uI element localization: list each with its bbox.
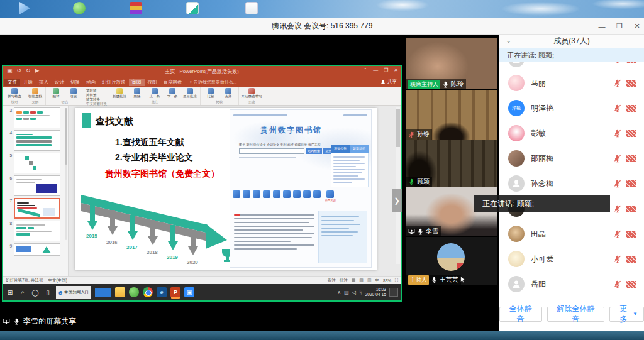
spellcheck-button[interactable]: 拼写检查: [6, 87, 23, 98]
video-tile-chenling[interactable]: 联席主持人 陈玲: [406, 38, 497, 89]
tab-transitions[interactable]: 切换: [67, 79, 83, 86]
video-tile-sunzheng[interactable]: 孙铮: [406, 90, 497, 140]
action-center-icon[interactable]: [389, 288, 398, 297]
mic-muted-icon[interactable]: [613, 129, 621, 138]
tray-chevron-icon[interactable]: ∧: [337, 290, 341, 295]
member-row-yueyang[interactable]: 岳阳: [499, 271, 644, 297]
reading-view-icon[interactable]: ▥: [367, 278, 372, 283]
camera-off-icon[interactable]: [626, 62, 636, 63]
unmute-all-button[interactable]: 解除全体静音: [547, 307, 605, 322]
library-search-input[interactable]: [239, 148, 304, 154]
previous-comment-button[interactable]: 上一条: [147, 87, 163, 98]
member-row-partial[interactable]: [499, 62, 644, 70]
camera-off-icon[interactable]: [626, 180, 636, 187]
mic-muted-icon[interactable]: [613, 155, 621, 163]
camera-off-icon[interactable]: [626, 80, 636, 87]
taskbar-blue-widget[interactable]: [95, 288, 111, 297]
notice-tab-1[interactable]: 通知公告: [331, 145, 350, 153]
tab-file[interactable]: 文件: [4, 79, 20, 86]
normal-view-icon[interactable]: ▦: [352, 278, 356, 283]
edge-taskbar-icon[interactable]: e: [157, 287, 167, 297]
language-button[interactable]: 语言: [65, 87, 82, 98]
green-app-icon[interactable]: [129, 287, 139, 297]
file-explorer-icon[interactable]: [115, 287, 125, 297]
close-button[interactable]: ✕: [633, 22, 641, 30]
tell-me-box[interactable]: ♀ 告诉我您想要做什么...: [186, 79, 237, 85]
member-row-mali[interactable]: 马丽: [499, 70, 644, 96]
tab-review[interactable]: 审阅: [129, 79, 145, 86]
camera-off-icon[interactable]: [626, 281, 636, 288]
smart-lookup-button[interactable]: 智能查找: [27, 87, 43, 98]
delete-comment-button[interactable]: 删除: [129, 87, 145, 98]
video-tile-host[interactable]: 主持人 王芸芸: [406, 237, 497, 285]
desktop-icon-green-app[interactable]: [73, 2, 86, 14]
powerpoint-taskbar-icon[interactable]: P: [170, 287, 180, 297]
edge-task-button[interactable]: e 中国知网入口: [56, 286, 91, 299]
tab-baidu-netdisk[interactable]: 百度网盘: [160, 79, 186, 86]
trad-to-simp-button[interactable]: 繁转简: [86, 89, 100, 92]
comments-toggle[interactable]: 批注: [340, 278, 348, 283]
cortana-icon[interactable]: ◯: [31, 289, 40, 296]
compare-button[interactable]: 比较: [203, 87, 219, 98]
desktop-icon-wps[interactable]: [186, 2, 199, 14]
video-tile-guying[interactable]: 顾颖: [406, 140, 497, 187]
slide-area-scrollbar[interactable]: [396, 107, 400, 264]
slide-thumbnail-5[interactable]: 5: [6, 153, 63, 173]
ime-indicator[interactable]: 中: [375, 278, 380, 283]
start-button[interactable]: ⊞: [6, 289, 14, 296]
show-comments-button[interactable]: 显示批注: [182, 87, 198, 98]
video-panel-collapse-button[interactable]: ❯: [392, 189, 402, 212]
simp-to-trad-button[interactable]: 简转繁: [86, 93, 100, 97]
tab-design[interactable]: 设计: [52, 79, 67, 86]
slide-thumbnail-3[interactable]: 3: [6, 107, 63, 128]
ppt-ribbon-options-icon[interactable]: ⌃: [363, 67, 367, 73]
tab-view[interactable]: 视图: [145, 79, 160, 86]
member-row-sunnianmei[interactable]: 孙念梅: [499, 171, 644, 196]
slide-thumbnail-9[interactable]: 9: [6, 243, 63, 256]
tab-animations[interactable]: 动画: [83, 79, 99, 86]
camera-off-icon[interactable]: [626, 231, 636, 238]
start-inking-button[interactable]: 开始墨迹书写: [241, 87, 262, 98]
desktop-icon-winrar[interactable]: [130, 2, 142, 14]
camera-off-icon[interactable]: [626, 130, 636, 137]
member-row-mingzeyan[interactable]: 泽艳 明泽艳: [499, 96, 644, 121]
clock[interactable]: 16:03 2020-04-15: [365, 287, 386, 297]
slide-thumbnail-4[interactable]: 4: [6, 130, 63, 151]
notice-tab-2[interactable]: 最新动态: [350, 145, 369, 153]
member-row-tianjing[interactable]: 田晶: [499, 221, 644, 246]
mic-muted-icon[interactable]: [613, 205, 621, 213]
ppt-restore-icon[interactable]: ❐: [384, 67, 388, 73]
library-search-button-1[interactable]: 站内检索: [306, 148, 322, 154]
merge-button[interactable]: 合并: [220, 87, 236, 98]
tab-insert[interactable]: 插入: [36, 79, 52, 86]
thumbnail-scrollbar[interactable]: [65, 108, 67, 240]
mic-muted-icon[interactable]: [613, 180, 621, 188]
camera-off-icon[interactable]: [626, 105, 636, 112]
tray-display-icon[interactable]: ▤: [344, 290, 349, 295]
task-view-icon[interactable]: ▯: [43, 289, 52, 296]
mic-muted-icon[interactable]: [613, 255, 621, 263]
tray-network-icon[interactable]: ᛋ: [359, 290, 362, 295]
member-row-shaolimei[interactable]: 邵丽梅: [499, 146, 644, 171]
meeting-taskbar-icon[interactable]: ▣: [184, 287, 194, 297]
member-row-pengmin[interactable]: 彭敏: [499, 121, 644, 146]
mute-all-button[interactable]: 全体静音: [499, 307, 542, 322]
chrome-icon[interactable]: [143, 287, 153, 297]
mic-muted-icon[interactable]: [613, 280, 621, 288]
translate-button[interactable]: 翻译: [48, 87, 64, 98]
chevron-down-icon[interactable]: ⌄: [506, 36, 511, 45]
tray-volume-icon[interactable]: ◁: [352, 290, 356, 295]
slide-thumbnail-7-selected[interactable]: 7: [6, 198, 63, 219]
ppt-close-icon[interactable]: ✕: [394, 67, 398, 73]
mic-muted-icon[interactable]: [613, 230, 621, 238]
desktop-icon-document[interactable]: [245, 2, 258, 14]
more-button[interactable]: 更多▼: [609, 307, 644, 322]
mic-muted-icon[interactable]: [613, 104, 621, 112]
sorter-view-icon[interactable]: ▤: [359, 278, 364, 283]
notes-toggle[interactable]: 备注: [328, 278, 336, 283]
tab-slideshow[interactable]: 幻灯片放映: [99, 79, 129, 86]
ppt-share-button[interactable]: 共享: [380, 79, 397, 85]
ppt-minimize-icon[interactable]: —: [373, 67, 378, 73]
slide-thumbnail-6[interactable]: 6: [6, 175, 63, 196]
maximize-button[interactable]: ❐: [615, 22, 624, 30]
